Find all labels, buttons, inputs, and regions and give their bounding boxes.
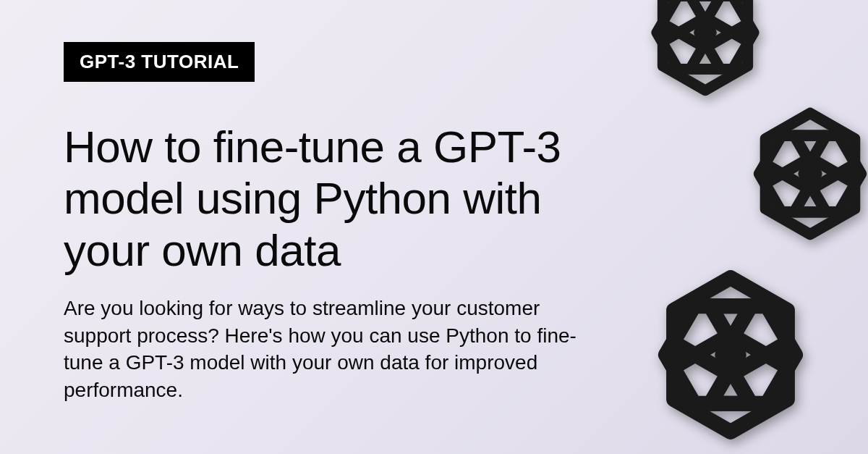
category-tag: GPT-3 TUTORIAL xyxy=(64,42,255,82)
article-title: How to fine-tune a GPT-3 model using Pyt… xyxy=(64,121,593,276)
openai-knot-icon xyxy=(731,94,868,253)
article-header: GPT-3 TUTORIAL How to fine-tune a GPT-3 … xyxy=(0,0,593,404)
openai-knot-icon xyxy=(629,0,781,109)
openai-knot-icon xyxy=(629,253,832,454)
article-subtitle: Are you looking for ways to streamline y… xyxy=(64,295,593,404)
